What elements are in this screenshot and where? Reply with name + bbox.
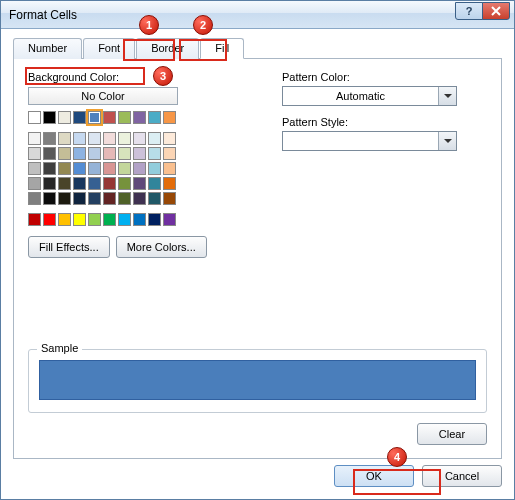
tab-number[interactable]: Number — [13, 38, 82, 59]
color-swatch[interactable] — [28, 147, 41, 160]
color-swatch[interactable] — [163, 111, 176, 124]
color-swatch[interactable] — [148, 192, 161, 205]
color-palette — [28, 111, 246, 226]
sample-group: Sample — [28, 349, 487, 413]
color-swatch[interactable] — [88, 177, 101, 190]
color-swatch[interactable] — [148, 132, 161, 145]
color-swatch[interactable] — [58, 192, 71, 205]
color-swatch[interactable] — [133, 111, 146, 124]
color-swatch[interactable] — [163, 147, 176, 160]
color-swatch[interactable] — [118, 177, 131, 190]
color-swatch[interactable] — [133, 213, 146, 226]
color-swatch[interactable] — [58, 162, 71, 175]
color-swatch[interactable] — [148, 147, 161, 160]
pattern-color-label: Pattern Color: — [282, 71, 350, 83]
color-swatch[interactable] — [88, 192, 101, 205]
sample-preview — [39, 360, 476, 400]
color-swatch[interactable] — [28, 192, 41, 205]
close-button[interactable] — [482, 2, 510, 20]
color-swatch[interactable] — [103, 132, 116, 145]
cancel-button[interactable]: Cancel — [422, 465, 502, 487]
right-column: Pattern Color: Automatic Pattern Style: — [282, 71, 477, 151]
color-swatch[interactable] — [43, 147, 56, 160]
color-swatch[interactable] — [133, 192, 146, 205]
color-swatch[interactable] — [118, 192, 131, 205]
color-swatch[interactable] — [103, 177, 116, 190]
tab-fill[interactable]: Fill — [200, 38, 244, 59]
clear-button[interactable]: Clear — [417, 423, 487, 445]
color-swatch[interactable] — [103, 111, 116, 124]
color-swatch[interactable] — [73, 147, 86, 160]
color-swatch[interactable] — [58, 147, 71, 160]
color-swatch[interactable] — [58, 213, 71, 226]
pattern-color-value: Automatic — [283, 87, 438, 105]
tabstrip: Number Font Border Fill — [13, 37, 502, 59]
window-controls: ? — [456, 2, 510, 20]
color-swatch[interactable] — [58, 111, 71, 124]
color-swatch[interactable] — [73, 192, 86, 205]
no-color-button[interactable]: No Color — [28, 87, 178, 105]
color-swatch[interactable] — [43, 162, 56, 175]
color-swatch[interactable] — [88, 213, 101, 226]
color-swatch[interactable] — [103, 192, 116, 205]
color-swatch[interactable] — [28, 132, 41, 145]
pattern-style-combo[interactable] — [282, 131, 457, 151]
color-swatch[interactable] — [163, 192, 176, 205]
color-swatch[interactable] — [43, 213, 56, 226]
color-swatch[interactable] — [88, 147, 101, 160]
window-title: Format Cells — [9, 8, 77, 22]
color-swatch[interactable] — [73, 162, 86, 175]
color-swatch[interactable] — [43, 132, 56, 145]
color-swatch[interactable] — [103, 213, 116, 226]
color-swatch[interactable] — [103, 162, 116, 175]
color-swatch[interactable] — [28, 177, 41, 190]
color-swatch[interactable] — [43, 177, 56, 190]
color-swatch[interactable] — [88, 162, 101, 175]
tab-font[interactable]: Font — [83, 38, 135, 59]
pattern-color-combo[interactable]: Automatic — [282, 86, 457, 106]
color-swatch[interactable] — [148, 111, 161, 124]
titlebar: Format Cells ? — [1, 1, 514, 29]
tab-content-fill: Background Color: No Color Fill Effects.… — [13, 59, 502, 459]
color-swatch[interactable] — [133, 147, 146, 160]
color-swatch[interactable] — [73, 132, 86, 145]
help-button[interactable]: ? — [455, 2, 483, 20]
chevron-down-icon — [438, 87, 456, 105]
color-swatch[interactable] — [163, 177, 176, 190]
tab-border[interactable]: Border — [136, 38, 199, 59]
color-swatch[interactable] — [28, 162, 41, 175]
color-swatch[interactable] — [133, 132, 146, 145]
color-swatch[interactable] — [58, 177, 71, 190]
color-swatch[interactable] — [118, 132, 131, 145]
pattern-style-value — [283, 132, 438, 150]
color-swatch[interactable] — [118, 213, 131, 226]
color-swatch[interactable] — [73, 213, 86, 226]
color-swatch[interactable] — [43, 192, 56, 205]
color-swatch[interactable] — [163, 213, 176, 226]
left-column: Background Color: No Color Fill Effects.… — [28, 71, 246, 258]
color-swatch[interactable] — [43, 111, 56, 124]
color-swatch[interactable] — [118, 111, 131, 124]
color-swatch[interactable] — [118, 147, 131, 160]
color-swatch[interactable] — [148, 162, 161, 175]
ok-button[interactable]: OK — [334, 465, 414, 487]
color-swatch[interactable] — [28, 111, 41, 124]
color-swatch[interactable] — [118, 162, 131, 175]
color-swatch[interactable] — [163, 162, 176, 175]
fill-effects-button[interactable]: Fill Effects... — [28, 236, 110, 258]
color-swatch[interactable] — [28, 213, 41, 226]
color-swatch[interactable] — [73, 111, 86, 124]
color-swatch[interactable] — [58, 132, 71, 145]
format-cells-dialog: Format Cells ? Number Font Border Fill B… — [0, 0, 515, 500]
color-swatch[interactable] — [148, 213, 161, 226]
more-colors-button[interactable]: More Colors... — [116, 236, 207, 258]
color-swatch[interactable] — [148, 177, 161, 190]
color-swatch[interactable] — [133, 162, 146, 175]
color-swatch[interactable] — [88, 111, 101, 124]
color-swatch[interactable] — [88, 132, 101, 145]
color-swatch[interactable] — [73, 177, 86, 190]
footer-buttons: OK Cancel — [334, 465, 502, 487]
color-swatch[interactable] — [103, 147, 116, 160]
color-swatch[interactable] — [163, 132, 176, 145]
color-swatch[interactable] — [133, 177, 146, 190]
